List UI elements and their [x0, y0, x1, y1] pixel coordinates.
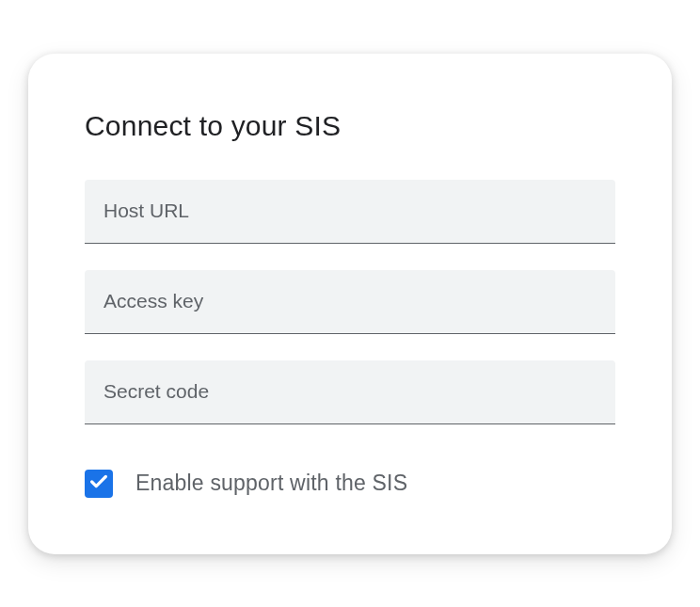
host-url-field-container [85, 180, 615, 244]
access-key-input[interactable] [103, 270, 597, 333]
secret-code-input[interactable] [103, 360, 597, 423]
enable-sis-checkbox-label: Enable support with the SIS [135, 471, 407, 496]
host-url-input[interactable] [103, 180, 597, 243]
sis-connect-card: Connect to your SIS Enable support with … [28, 54, 672, 554]
access-key-field-container [85, 270, 615, 334]
enable-sis-checkbox[interactable] [85, 470, 113, 498]
page-title: Connect to your SIS [85, 110, 615, 142]
enable-sis-checkbox-row: Enable support with the SIS [85, 470, 615, 498]
checkmark-icon [88, 471, 109, 496]
secret-code-field-container [85, 360, 615, 424]
